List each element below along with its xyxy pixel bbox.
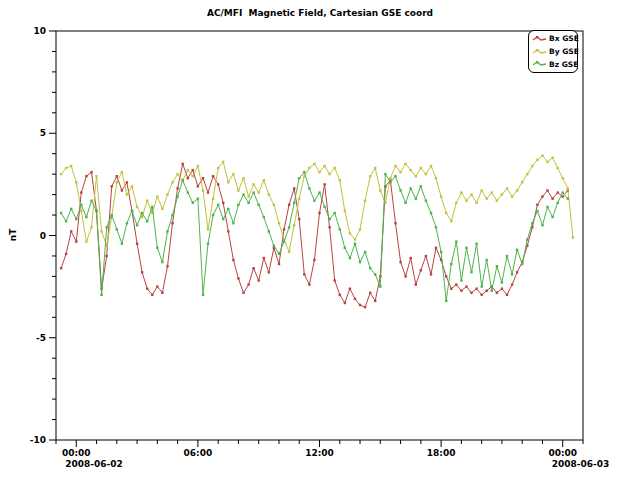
series-marker <box>389 181 391 183</box>
series-marker <box>323 165 325 167</box>
series-marker <box>506 187 508 189</box>
series-marker <box>70 230 72 232</box>
series-marker <box>359 261 361 263</box>
series-marker <box>465 285 467 287</box>
series-marker <box>116 181 118 183</box>
series-marker <box>511 273 513 275</box>
series-marker <box>486 259 488 261</box>
x-tick-label: 12:00 <box>305 448 334 458</box>
series-marker <box>192 169 194 171</box>
series-marker <box>212 214 214 216</box>
series-marker <box>374 167 376 169</box>
series-marker <box>126 193 128 195</box>
series-marker <box>136 224 138 226</box>
series-marker <box>501 193 503 195</box>
series-marker <box>546 189 548 191</box>
series-marker <box>354 238 356 240</box>
series-marker <box>364 306 366 308</box>
series-marker <box>344 302 346 304</box>
series-marker <box>146 200 148 202</box>
series-marker <box>486 198 488 200</box>
series-marker <box>176 173 178 175</box>
series-marker <box>415 175 417 177</box>
series-marker <box>562 177 564 179</box>
series-marker <box>455 202 457 204</box>
series-marker <box>323 183 325 185</box>
series-marker <box>369 267 371 269</box>
series-marker <box>435 247 437 249</box>
series-marker <box>111 214 113 216</box>
series-marker <box>460 290 462 292</box>
series-marker <box>90 171 92 173</box>
series-marker <box>445 212 447 214</box>
series-marker <box>506 255 508 257</box>
series-marker <box>455 283 457 285</box>
series-marker <box>278 263 280 265</box>
series-marker <box>80 204 82 206</box>
series-marker <box>171 181 173 183</box>
series-marker <box>339 179 341 181</box>
series-marker <box>313 163 315 165</box>
series-marker <box>60 212 62 214</box>
series-marker <box>156 285 158 287</box>
series-marker <box>288 251 290 253</box>
series-marker <box>470 271 472 273</box>
series-marker <box>232 259 234 261</box>
legend-line-sample <box>532 35 547 43</box>
series-marker <box>339 294 341 296</box>
series-marker <box>318 191 320 193</box>
series-marker <box>151 206 153 208</box>
series-marker <box>420 167 422 169</box>
y-tick-label: 0 <box>40 231 46 241</box>
series-marker <box>95 175 97 177</box>
series-marker <box>551 198 553 200</box>
series-marker <box>268 193 270 195</box>
series-marker <box>100 294 102 296</box>
series-marker <box>298 218 300 220</box>
series-marker <box>475 243 477 245</box>
series-marker <box>481 189 483 191</box>
series-marker <box>404 275 406 277</box>
series-marker <box>283 228 285 230</box>
y-tick-label: 5 <box>40 128 46 138</box>
series-marker <box>313 200 315 202</box>
series-marker <box>247 195 249 197</box>
series-marker <box>399 261 401 263</box>
series-marker <box>237 189 239 191</box>
series-marker <box>531 222 533 224</box>
series-marker <box>197 185 199 187</box>
series-marker <box>491 290 493 292</box>
series-marker <box>298 198 300 200</box>
series-marker <box>156 195 158 197</box>
series-marker <box>481 294 483 296</box>
series-marker <box>80 191 82 193</box>
series-marker <box>470 193 472 195</box>
series-marker <box>389 177 391 179</box>
series-marker <box>516 271 518 273</box>
series-marker <box>557 191 559 193</box>
series-marker <box>410 169 412 171</box>
series-marker <box>75 181 77 183</box>
series-marker <box>182 163 184 165</box>
series-marker <box>126 222 128 224</box>
series-marker <box>415 198 417 200</box>
series-marker <box>217 167 219 169</box>
series-marker <box>465 200 467 202</box>
series-marker <box>202 189 204 191</box>
series-marker <box>562 195 564 197</box>
series-marker <box>567 187 569 189</box>
series-marker <box>166 265 168 267</box>
series-marker <box>344 210 346 212</box>
series-marker <box>369 175 371 177</box>
series-marker <box>207 243 209 245</box>
series-marker <box>379 189 381 191</box>
x-date-label: 2008-06-03 <box>552 459 610 469</box>
series-marker <box>557 202 559 204</box>
series-marker <box>136 206 138 208</box>
legend-entry-bx-gse: Bx GSE <box>532 33 577 45</box>
series-marker <box>318 212 320 214</box>
legend-label: By GSE <box>549 47 579 56</box>
series-marker <box>531 165 533 167</box>
series-marker <box>212 175 214 177</box>
series-marker <box>410 257 412 259</box>
